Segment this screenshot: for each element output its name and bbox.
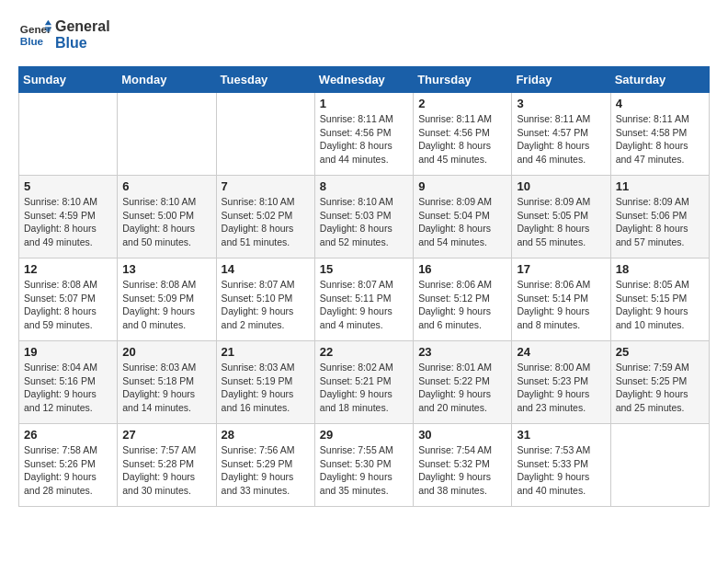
calendar-cell: 5Sunrise: 8:10 AMSunset: 4:59 PMDaylight…	[19, 176, 118, 259]
calendar-cell: 27Sunrise: 7:57 AMSunset: 5:28 PMDayligh…	[118, 424, 216, 507]
day-number: 11	[616, 179, 704, 193]
calendar-cell: 3Sunrise: 8:11 AMSunset: 4:57 PMDaylight…	[512, 93, 610, 176]
day-number: 30	[418, 428, 506, 442]
day-info: Sunrise: 8:08 AMSunset: 5:07 PMDaylight:…	[24, 278, 112, 332]
day-number: 25	[616, 345, 704, 359]
day-info: Sunrise: 8:01 AMSunset: 5:22 PMDaylight:…	[418, 361, 506, 415]
logo: General Blue General Blue	[18, 18, 110, 52]
calendar-cell: 16Sunrise: 8:06 AMSunset: 5:12 PMDayligh…	[414, 259, 512, 341]
day-info: Sunrise: 8:07 AMSunset: 5:10 PMDaylight:…	[222, 278, 310, 332]
weekday-header-thursday: Thursday	[414, 67, 512, 93]
day-number: 6	[122, 179, 210, 193]
day-number: 23	[418, 345, 506, 359]
day-number: 4	[616, 97, 704, 110]
calendar-cell: 21Sunrise: 8:03 AMSunset: 5:19 PMDayligh…	[216, 341, 314, 424]
day-info: Sunrise: 8:07 AMSunset: 5:11 PMDaylight:…	[320, 278, 408, 332]
calendar-week-row: 19Sunrise: 8:04 AMSunset: 5:16 PMDayligh…	[19, 341, 710, 424]
day-info: Sunrise: 8:11 AMSunset: 4:56 PMDaylight:…	[320, 112, 408, 167]
day-number: 3	[517, 97, 605, 110]
calendar-cell: 19Sunrise: 8:04 AMSunset: 5:16 PMDayligh…	[19, 341, 118, 424]
day-info: Sunrise: 7:57 AMSunset: 5:28 PMDaylight:…	[122, 443, 210, 498]
day-info: Sunrise: 7:56 AMSunset: 5:29 PMDaylight:…	[222, 443, 310, 498]
calendar-cell: 8Sunrise: 8:10 AMSunset: 5:03 PMDaylight…	[314, 176, 413, 259]
day-info: Sunrise: 8:04 AMSunset: 5:16 PMDaylight:…	[24, 361, 112, 415]
calendar-cell	[19, 93, 118, 176]
calendar-cell: 20Sunrise: 8:03 AMSunset: 5:18 PMDayligh…	[118, 341, 216, 424]
day-info: Sunrise: 8:06 AMSunset: 5:12 PMDaylight:…	[418, 278, 506, 332]
day-number: 7	[222, 179, 310, 193]
weekday-header-saturday: Saturday	[610, 67, 709, 93]
day-info: Sunrise: 8:03 AMSunset: 5:18 PMDaylight:…	[122, 361, 210, 415]
day-number: 19	[24, 345, 112, 359]
day-info: Sunrise: 8:05 AMSunset: 5:15 PMDaylight:…	[616, 278, 704, 332]
day-info: Sunrise: 8:10 AMSunset: 5:02 PMDaylight:…	[222, 195, 310, 249]
day-number: 24	[517, 345, 605, 359]
calendar-cell: 9Sunrise: 8:09 AMSunset: 5:04 PMDaylight…	[414, 176, 512, 259]
day-number: 22	[320, 345, 408, 359]
day-info: Sunrise: 8:03 AMSunset: 5:19 PMDaylight:…	[222, 361, 310, 415]
day-number: 16	[418, 262, 506, 276]
day-info: Sunrise: 8:11 AMSunset: 4:57 PMDaylight:…	[517, 112, 605, 167]
day-info: Sunrise: 7:53 AMSunset: 5:33 PMDaylight:…	[517, 443, 605, 498]
day-number: 14	[222, 262, 310, 276]
day-info: Sunrise: 8:10 AMSunset: 5:03 PMDaylight:…	[320, 195, 408, 249]
day-number: 5	[24, 179, 112, 193]
day-info: Sunrise: 8:11 AMSunset: 4:56 PMDaylight:…	[418, 112, 506, 167]
day-number: 18	[616, 262, 704, 276]
calendar-cell: 26Sunrise: 7:58 AMSunset: 5:26 PMDayligh…	[19, 424, 118, 507]
day-info: Sunrise: 8:10 AMSunset: 4:59 PMDaylight:…	[24, 195, 112, 249]
calendar-cell: 1Sunrise: 8:11 AMSunset: 4:56 PMDaylight…	[314, 93, 413, 176]
day-info: Sunrise: 8:10 AMSunset: 5:00 PMDaylight:…	[122, 195, 210, 249]
day-info: Sunrise: 8:06 AMSunset: 5:14 PMDaylight:…	[517, 278, 605, 332]
calendar-cell: 2Sunrise: 8:11 AMSunset: 4:56 PMDaylight…	[414, 93, 512, 176]
day-number: 21	[222, 345, 310, 359]
day-number: 26	[24, 428, 112, 442]
day-number: 13	[122, 262, 210, 276]
day-number: 27	[122, 428, 210, 442]
calendar-cell: 18Sunrise: 8:05 AMSunset: 5:15 PMDayligh…	[610, 259, 709, 341]
calendar-cell: 30Sunrise: 7:54 AMSunset: 5:32 PMDayligh…	[414, 424, 512, 507]
day-number: 8	[320, 179, 408, 193]
calendar-cell: 29Sunrise: 7:55 AMSunset: 5:30 PMDayligh…	[314, 424, 413, 507]
calendar-cell	[118, 93, 216, 176]
day-info: Sunrise: 8:09 AMSunset: 5:06 PMDaylight:…	[616, 195, 704, 249]
calendar-cell: 10Sunrise: 8:09 AMSunset: 5:05 PMDayligh…	[512, 176, 610, 259]
day-number: 9	[418, 179, 506, 193]
day-info: Sunrise: 7:54 AMSunset: 5:32 PMDaylight:…	[418, 443, 506, 498]
day-info: Sunrise: 8:00 AMSunset: 5:23 PMDaylight:…	[517, 361, 605, 415]
weekday-header-monday: Monday	[118, 67, 216, 93]
calendar-cell: 24Sunrise: 8:00 AMSunset: 5:23 PMDayligh…	[512, 341, 610, 424]
calendar-cell: 15Sunrise: 8:07 AMSunset: 5:11 PMDayligh…	[314, 259, 413, 341]
page-header: General Blue General Blue	[18, 18, 710, 52]
calendar-week-row: 26Sunrise: 7:58 AMSunset: 5:26 PMDayligh…	[19, 424, 710, 507]
day-info: Sunrise: 8:08 AMSunset: 5:09 PMDaylight:…	[122, 278, 210, 332]
day-number: 1	[320, 97, 408, 110]
logo-icon: General Blue	[18, 18, 51, 52]
calendar-cell	[216, 93, 314, 176]
day-info: Sunrise: 8:09 AMSunset: 5:04 PMDaylight:…	[418, 195, 506, 249]
day-info: Sunrise: 8:11 AMSunset: 4:58 PMDaylight:…	[616, 112, 704, 167]
day-info: Sunrise: 7:55 AMSunset: 5:30 PMDaylight:…	[320, 443, 408, 498]
calendar-cell: 7Sunrise: 8:10 AMSunset: 5:02 PMDaylight…	[216, 176, 314, 259]
calendar-cell: 12Sunrise: 8:08 AMSunset: 5:07 PMDayligh…	[19, 259, 118, 341]
day-number: 15	[320, 262, 408, 276]
calendar-cell: 14Sunrise: 8:07 AMSunset: 5:10 PMDayligh…	[216, 259, 314, 341]
calendar-week-row: 1Sunrise: 8:11 AMSunset: 4:56 PMDaylight…	[19, 93, 710, 176]
calendar-table: SundayMondayTuesdayWednesdayThursdayFrid…	[18, 66, 710, 507]
calendar-cell: 31Sunrise: 7:53 AMSunset: 5:33 PMDayligh…	[512, 424, 610, 507]
weekday-header-sunday: Sunday	[19, 67, 118, 93]
weekday-header-wednesday: Wednesday	[314, 67, 413, 93]
day-number: 17	[517, 262, 605, 276]
calendar-cell: 17Sunrise: 8:06 AMSunset: 5:14 PMDayligh…	[512, 259, 610, 341]
calendar-cell	[610, 424, 709, 507]
day-info: Sunrise: 8:02 AMSunset: 5:21 PMDaylight:…	[320, 361, 408, 415]
calendar-cell: 6Sunrise: 8:10 AMSunset: 5:00 PMDaylight…	[118, 176, 216, 259]
calendar-cell: 28Sunrise: 7:56 AMSunset: 5:29 PMDayligh…	[216, 424, 314, 507]
day-number: 10	[517, 179, 605, 193]
day-info: Sunrise: 8:09 AMSunset: 5:05 PMDaylight:…	[517, 195, 605, 249]
weekday-header-friday: Friday	[512, 67, 610, 93]
calendar-cell: 4Sunrise: 8:11 AMSunset: 4:58 PMDaylight…	[610, 93, 709, 176]
calendar-cell: 13Sunrise: 8:08 AMSunset: 5:09 PMDayligh…	[118, 259, 216, 341]
weekday-header-tuesday: Tuesday	[216, 67, 314, 93]
day-number: 28	[222, 428, 310, 442]
